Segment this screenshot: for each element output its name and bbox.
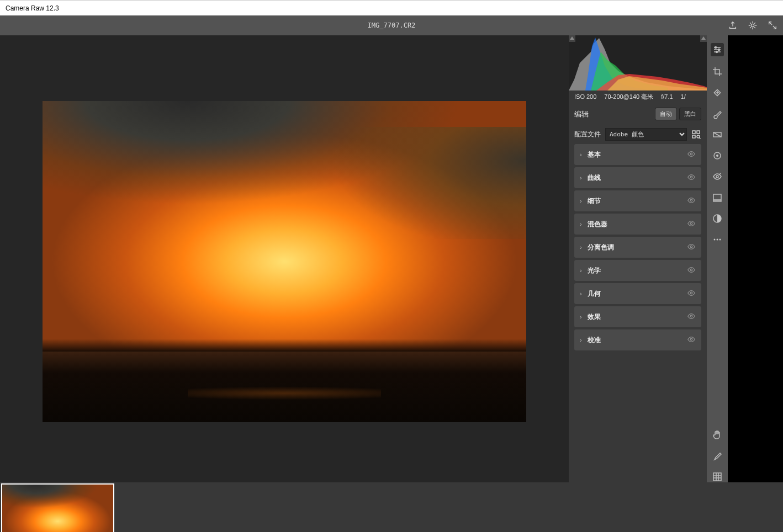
bw-button[interactable]: 黑白 — [679, 108, 701, 120]
panel-6[interactable]: ›几何 — [574, 283, 701, 304]
redeye-tool-icon[interactable] — [712, 171, 723, 182]
panel-label: 细节 — [588, 196, 687, 206]
visibility-icon[interactable] — [687, 150, 696, 159]
edit-tool-icon[interactable] — [711, 43, 724, 56]
meta-iso: ISO 200 — [574, 94, 596, 100]
svg-point-7 — [690, 199, 692, 201]
histogram[interactable] — [569, 35, 707, 91]
panel-8[interactable]: ›校准 — [574, 329, 701, 350]
svg-point-0 — [751, 24, 754, 26]
panel-label: 曲线 — [588, 173, 687, 183]
filename-label: IMG_7707.CR2 — [368, 22, 416, 29]
accordion-list: ›基本›曲线›细节›混色器›分离色调›光学›几何›效果›校准 — [569, 144, 707, 482]
svg-rect-2 — [697, 131, 700, 134]
heal-tool-icon[interactable] — [712, 87, 723, 98]
visibility-icon[interactable] — [687, 196, 696, 206]
panel-3[interactable]: ›混色器 — [574, 214, 701, 235]
window-titlebar: Camera Raw 12.3 — [0, 0, 783, 15]
gear-icon[interactable] — [748, 20, 758, 30]
top-toolbar: IMG_7707.CR2 — [0, 15, 783, 35]
meta-aperture: f/7.1 — [661, 94, 673, 100]
svg-point-21 — [716, 175, 718, 178]
gradient-tool-icon[interactable] — [712, 129, 723, 140]
svg-rect-3 — [692, 135, 695, 138]
fullscreen-icon[interactable] — [768, 20, 777, 30]
panel-label: 光学 — [588, 266, 687, 275]
visibility-icon[interactable] — [687, 219, 696, 229]
panel-0[interactable]: ›基本 — [574, 144, 701, 165]
svg-point-14 — [715, 47, 717, 49]
chevron-right-icon: › — [580, 151, 582, 158]
chevron-right-icon: › — [580, 290, 582, 297]
svg-point-25 — [714, 239, 716, 241]
panel-5[interactable]: ›光学 — [574, 260, 701, 281]
tool-column — [707, 35, 728, 482]
snapshot-tool-icon[interactable] — [712, 192, 723, 203]
visibility-icon[interactable] — [687, 173, 696, 183]
edit-title: 编辑 — [574, 109, 589, 119]
chevron-right-icon: › — [580, 267, 582, 274]
profile-select[interactable]: Adobe 颜色 — [605, 128, 687, 141]
panel-7[interactable]: ›效果 — [574, 306, 701, 327]
svg-rect-1 — [692, 131, 695, 134]
panel-label: 几何 — [588, 289, 687, 299]
app-title: Camera Raw 12.3 — [6, 4, 59, 12]
svg-point-4 — [697, 135, 700, 138]
svg-rect-22 — [713, 194, 721, 200]
visibility-icon[interactable] — [687, 289, 696, 299]
radial-tool-icon[interactable] — [712, 150, 723, 161]
chevron-right-icon: › — [580, 313, 582, 320]
color-tool-icon[interactable] — [712, 213, 723, 224]
chevron-right-icon: › — [580, 244, 582, 251]
crop-tool-icon[interactable] — [712, 66, 723, 77]
svg-rect-23 — [713, 200, 721, 201]
metadata-row: ISO 200 70-200@140 毫米 f/7.1 1/ — [569, 91, 707, 103]
sampler-tool-icon[interactable] — [712, 450, 723, 461]
svg-point-15 — [718, 49, 720, 51]
svg-rect-28 — [713, 473, 721, 481]
meta-lens: 70-200@140 毫米 — [604, 94, 653, 100]
svg-point-10 — [690, 269, 692, 271]
svg-point-9 — [690, 246, 692, 248]
svg-point-11 — [690, 292, 692, 294]
svg-point-13 — [690, 338, 692, 341]
svg-point-16 — [716, 51, 718, 53]
hand-tool-icon[interactable] — [712, 429, 723, 440]
panel-1[interactable]: ›曲线 — [574, 167, 701, 188]
panel-2[interactable]: ›细节 — [574, 190, 701, 211]
svg-point-26 — [717, 239, 718, 241]
svg-point-5 — [690, 153, 692, 155]
visibility-icon[interactable] — [687, 312, 696, 322]
svg-point-27 — [719, 239, 721, 241]
main-area: ISO 200 70-200@140 毫米 f/7.1 1/ 编辑 自动 黑白 … — [0, 35, 783, 482]
visibility-icon[interactable] — [687, 265, 696, 275]
svg-point-12 — [690, 315, 692, 317]
panels-column: ISO 200 70-200@140 毫米 f/7.1 1/ 编辑 自动 黑白 … — [569, 35, 707, 482]
visibility-icon[interactable] — [687, 335, 696, 345]
more-icon[interactable] — [712, 234, 723, 245]
chevron-right-icon: › — [580, 174, 582, 181]
chevron-right-icon: › — [580, 337, 582, 343]
auto-button[interactable]: 自动 — [655, 108, 677, 120]
visibility-icon[interactable] — [687, 242, 696, 252]
chevron-right-icon: › — [580, 221, 582, 227]
svg-point-8 — [690, 222, 692, 225]
chevron-right-icon: › — [580, 198, 582, 204]
grid-tool-icon[interactable] — [712, 471, 723, 482]
photo-preview — [43, 101, 526, 422]
panel-label: 混色器 — [588, 220, 687, 229]
profile-row: 配置文件 Adobe 颜色 — [569, 125, 707, 144]
panel-4[interactable]: ›分离色调 — [574, 237, 701, 258]
svg-point-6 — [690, 176, 692, 178]
svg-point-20 — [716, 155, 718, 157]
edit-header: 编辑 自动 黑白 — [569, 103, 707, 125]
panel-label: 效果 — [588, 312, 687, 322]
panel-label: 分离色调 — [588, 243, 687, 252]
brush-tool-icon[interactable] — [712, 108, 723, 119]
meta-shutter: 1/ — [681, 94, 686, 100]
browse-profiles-icon[interactable] — [691, 130, 701, 140]
export-icon[interactable] — [728, 20, 738, 30]
thumbnail[interactable] — [1, 483, 114, 532]
panel-label: 校准 — [588, 336, 687, 345]
canvas-view[interactable] — [0, 35, 569, 482]
